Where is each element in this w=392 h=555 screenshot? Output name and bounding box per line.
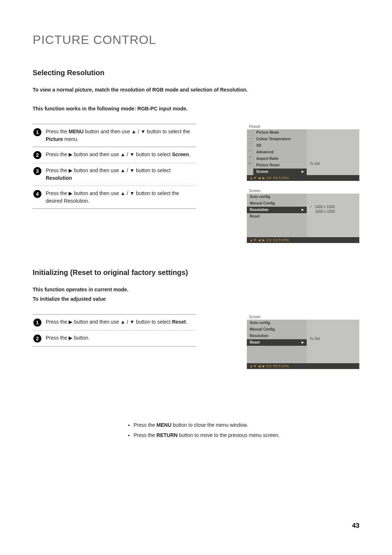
osd-footer: ▲▼ ◀ ▶ OK RETURN: [247, 175, 359, 181]
step-badge-1: 1: [33, 128, 41, 136]
osd-item-selected: Resolution▶: [247, 207, 307, 213]
step-4: 4 Press the ▶ button and then use ▲ / ▼ …: [33, 186, 196, 208]
osd-footer: ▲▼ ◀ ▶ OK RETURN: [247, 363, 359, 369]
chevron-right-icon: ▶: [302, 340, 304, 344]
osd-icon: ⚙: [247, 154, 253, 160]
section2-steps: 1 Press the ▶ button and then use ▲ / ▼ …: [33, 314, 196, 347]
resolution-option-selected: 1400 x 1050: [310, 204, 356, 209]
osd-item: Picture Reset: [253, 162, 307, 169]
section2-intro1: This function operates in current mode.: [33, 285, 359, 293]
osd-item: XD: [253, 142, 307, 149]
step-badge-1b: 1: [33, 319, 41, 327]
section2-intro2: To initialize the adjusted value: [33, 295, 359, 303]
osd-icon: ▭: [247, 135, 253, 142]
footer-notes: Press the MENU button to close the menu …: [127, 420, 359, 440]
osd-item: Manual Config.: [247, 326, 307, 333]
step-3: 3 Press the ▶ button and then use ▲ / ▼ …: [33, 163, 196, 186]
osd-item: Reset: [247, 213, 307, 220]
osd-screen-resolution-menu: Screen Auto config. Manual Config. Resol…: [247, 188, 359, 243]
chevron-right-icon: ▶: [302, 208, 304, 212]
step-badge-2b: 2: [33, 335, 41, 343]
osd-icon: ⏱: [247, 148, 253, 154]
page-title: PICTURE CONTROL: [33, 33, 359, 47]
osd-picture-menu: Picture ▢ ▭ ◯ ⏱ ⚙ ▤ Picture Mode Colour …: [247, 124, 359, 181]
osd-icon: ▤: [247, 160, 253, 166]
osd-item: Manual Config.: [247, 200, 307, 207]
osd-footer: ▲▼ ◀ ▶ OK RETURN: [247, 237, 359, 243]
chevron-right-icon: ▶: [302, 170, 304, 174]
osd-icon: ▢: [247, 129, 253, 135]
note-1: Press the MENU button to close the menu …: [134, 420, 359, 430]
osd-item: Picture Mode: [253, 129, 307, 136]
step-2: 2 Press the ▶ button and then use ▲ / ▼ …: [33, 147, 196, 163]
section1-title: Selecting Resolution: [33, 69, 359, 77]
step-badge-4: 4: [33, 190, 41, 198]
osd-item-selected: Screen▶: [253, 169, 307, 175]
section2-title: Initializing (Reset to original factory …: [33, 268, 359, 277]
section1-intro1: To view a normal picture, match the reso…: [33, 86, 359, 94]
section1-steps: 1 Press the MENU button and then use ▲ /…: [33, 124, 196, 209]
osd-item: Advanced: [253, 149, 307, 155]
page-number: 43: [352, 522, 359, 530]
step-badge-2: 2: [33, 151, 41, 159]
osd-screen-reset-menu: Screen Auto config. Manual Config. Resol…: [247, 314, 359, 369]
osd-item: Resolution: [247, 333, 307, 339]
resolution-option: 1680 x 1050: [310, 209, 356, 214]
osd-item-selected: Reset▶: [247, 339, 307, 346]
step-badge-3: 3: [33, 167, 41, 175]
osd-item: Colour Temperature: [253, 136, 307, 142]
osd-item: Auto config.: [247, 194, 307, 200]
osd-item: Auto config.: [247, 320, 307, 326]
note-2: Press the RETURN button to move to the p…: [134, 430, 359, 440]
step-2b: 2 Press the ▶ button.: [33, 331, 196, 346]
osd-icon: ◯: [247, 142, 253, 148]
step-1: 1 Press the MENU button and then use ▲ /…: [33, 124, 196, 147]
osd-item: Aspect Ratio: [253, 155, 307, 162]
step-1b: 1 Press the ▶ button and then use ▲ / ▼ …: [33, 315, 196, 330]
section1-intro2: This function works in the following mod…: [33, 105, 359, 113]
